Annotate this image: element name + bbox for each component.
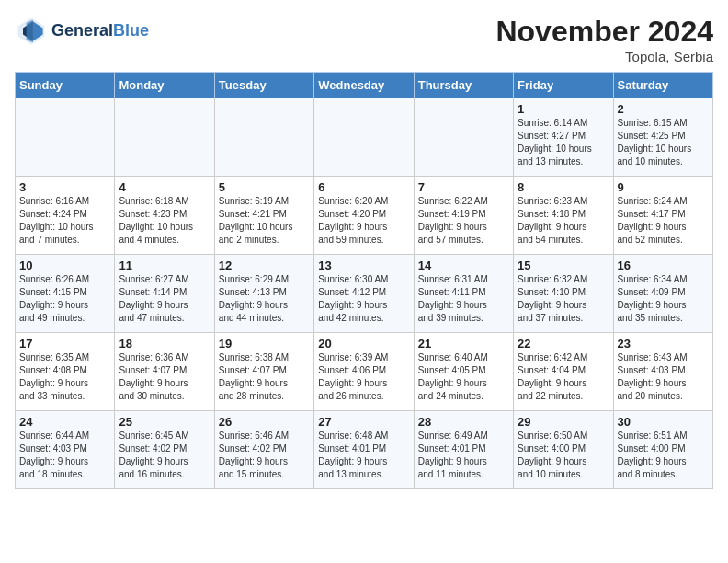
day-number: 6 [318, 180, 409, 194]
calendar-day-cell: 9Sunrise: 6:24 AM Sunset: 4:17 PM Daylig… [613, 177, 712, 255]
day-info: Sunrise: 6:49 AM Sunset: 4:01 PM Dayligh… [418, 430, 509, 481]
day-number: 4 [119, 180, 210, 194]
weekday-header: Monday [115, 73, 214, 98]
calendar-day-cell: 10Sunrise: 6:26 AM Sunset: 4:15 PM Dayli… [16, 255, 115, 333]
weekday-header: Thursday [414, 73, 513, 98]
weekday-header: Saturday [613, 73, 712, 98]
page-header: GeneralBlue November 2024 Topola, Serbia [15, 15, 713, 64]
day-number: 29 [518, 415, 609, 429]
calendar-day-cell: 26Sunrise: 6:46 AM Sunset: 4:02 PM Dayli… [214, 411, 313, 489]
day-number: 21 [418, 337, 509, 350]
day-info: Sunrise: 6:46 AM Sunset: 4:02 PM Dayligh… [219, 430, 310, 481]
day-info: Sunrise: 6:26 AM Sunset: 4:15 PM Dayligh… [19, 273, 110, 325]
location: Topola, Serbia [495, 49, 713, 64]
day-number: 1 [518, 102, 609, 116]
day-number: 9 [618, 180, 709, 194]
day-info: Sunrise: 6:32 AM Sunset: 4:10 PM Dayligh… [518, 273, 609, 325]
day-number: 17 [19, 337, 110, 350]
day-number: 18 [119, 337, 210, 350]
calendar-day-cell [16, 98, 115, 177]
calendar-day-cell: 22Sunrise: 6:42 AM Sunset: 4:04 PM Dayli… [514, 333, 613, 411]
day-number: 19 [219, 337, 310, 350]
calendar-day-cell [214, 98, 313, 177]
day-number: 28 [418, 415, 509, 429]
calendar-day-cell: 12Sunrise: 6:29 AM Sunset: 4:13 PM Dayli… [214, 255, 313, 333]
calendar-table: SundayMondayTuesdayWednesdayThursdayFrid… [15, 72, 713, 489]
calendar-day-cell: 6Sunrise: 6:20 AM Sunset: 4:20 PM Daylig… [314, 177, 414, 255]
calendar-day-cell: 25Sunrise: 6:45 AM Sunset: 4:02 PM Dayli… [115, 411, 214, 489]
calendar-week-row: 24Sunrise: 6:44 AM Sunset: 4:03 PM Dayli… [16, 411, 713, 489]
calendar-day-cell [314, 98, 414, 177]
calendar-day-cell: 14Sunrise: 6:31 AM Sunset: 4:11 PM Dayli… [414, 255, 513, 333]
day-number: 7 [418, 180, 509, 194]
logo-icon [15, 15, 48, 48]
day-info: Sunrise: 6:36 AM Sunset: 4:07 PM Dayligh… [119, 351, 210, 403]
day-info: Sunrise: 6:51 AM Sunset: 4:00 PM Dayligh… [618, 430, 709, 481]
day-number: 5 [219, 180, 310, 194]
day-number: 8 [518, 180, 609, 194]
calendar-day-cell: 13Sunrise: 6:30 AM Sunset: 4:12 PM Dayli… [314, 255, 414, 333]
weekday-header: Sunday [16, 73, 115, 98]
calendar-week-row: 17Sunrise: 6:35 AM Sunset: 4:08 PM Dayli… [16, 333, 713, 411]
day-info: Sunrise: 6:40 AM Sunset: 4:05 PM Dayligh… [418, 351, 509, 403]
page-container: GeneralBlue November 2024 Topola, Serbia… [0, 0, 728, 499]
day-number: 14 [418, 259, 509, 272]
day-number: 2 [618, 102, 709, 116]
svg-marker-3 [27, 19, 33, 42]
calendar-day-cell: 1Sunrise: 6:14 AM Sunset: 4:27 PM Daylig… [514, 98, 613, 177]
day-info: Sunrise: 6:31 AM Sunset: 4:11 PM Dayligh… [418, 273, 509, 325]
month-title: November 2024 [495, 15, 713, 49]
day-info: Sunrise: 6:16 AM Sunset: 4:24 PM Dayligh… [19, 195, 110, 247]
title-block: November 2024 Topola, Serbia [495, 15, 713, 64]
day-info: Sunrise: 6:35 AM Sunset: 4:08 PM Dayligh… [19, 351, 110, 403]
calendar-day-cell: 23Sunrise: 6:43 AM Sunset: 4:03 PM Dayli… [613, 333, 712, 411]
calendar-day-cell: 8Sunrise: 6:23 AM Sunset: 4:18 PM Daylig… [514, 177, 613, 255]
calendar-day-cell: 30Sunrise: 6:51 AM Sunset: 4:00 PM Dayli… [613, 411, 712, 489]
day-number: 25 [119, 415, 210, 429]
day-info: Sunrise: 6:15 AM Sunset: 4:25 PM Dayligh… [618, 117, 709, 168]
calendar-day-cell [115, 98, 214, 177]
day-info: Sunrise: 6:44 AM Sunset: 4:03 PM Dayligh… [19, 430, 110, 481]
day-info: Sunrise: 6:34 AM Sunset: 4:09 PM Dayligh… [618, 273, 709, 325]
day-info: Sunrise: 6:20 AM Sunset: 4:20 PM Dayligh… [318, 195, 409, 247]
day-info: Sunrise: 6:43 AM Sunset: 4:03 PM Dayligh… [618, 351, 709, 403]
day-info: Sunrise: 6:19 AM Sunset: 4:21 PM Dayligh… [219, 195, 310, 247]
weekday-header: Tuesday [214, 73, 313, 98]
calendar-day-cell: 18Sunrise: 6:36 AM Sunset: 4:07 PM Dayli… [115, 333, 214, 411]
calendar-day-cell: 11Sunrise: 6:27 AM Sunset: 4:14 PM Dayli… [115, 255, 214, 333]
day-number: 10 [19, 259, 110, 272]
day-info: Sunrise: 6:30 AM Sunset: 4:12 PM Dayligh… [318, 273, 409, 325]
day-info: Sunrise: 6:14 AM Sunset: 4:27 PM Dayligh… [518, 117, 609, 168]
calendar-day-cell: 3Sunrise: 6:16 AM Sunset: 4:24 PM Daylig… [16, 177, 115, 255]
calendar-day-cell: 4Sunrise: 6:18 AM Sunset: 4:23 PM Daylig… [115, 177, 214, 255]
day-info: Sunrise: 6:29 AM Sunset: 4:13 PM Dayligh… [219, 273, 310, 325]
day-info: Sunrise: 6:27 AM Sunset: 4:14 PM Dayligh… [119, 273, 210, 325]
day-number: 27 [318, 415, 409, 429]
calendar-day-cell: 28Sunrise: 6:49 AM Sunset: 4:01 PM Dayli… [414, 411, 513, 489]
calendar-day-cell: 5Sunrise: 6:19 AM Sunset: 4:21 PM Daylig… [214, 177, 313, 255]
day-number: 11 [119, 259, 210, 272]
calendar-week-row: 1Sunrise: 6:14 AM Sunset: 4:27 PM Daylig… [16, 98, 713, 177]
calendar-day-cell: 21Sunrise: 6:40 AM Sunset: 4:05 PM Dayli… [414, 333, 513, 411]
calendar-day-cell [414, 98, 513, 177]
day-info: Sunrise: 6:24 AM Sunset: 4:17 PM Dayligh… [618, 195, 709, 247]
day-info: Sunrise: 6:48 AM Sunset: 4:01 PM Dayligh… [318, 430, 409, 481]
calendar-day-cell: 24Sunrise: 6:44 AM Sunset: 4:03 PM Dayli… [16, 411, 115, 489]
day-number: 13 [318, 259, 409, 272]
calendar-day-cell: 29Sunrise: 6:50 AM Sunset: 4:00 PM Dayli… [514, 411, 613, 489]
day-info: Sunrise: 6:23 AM Sunset: 4:18 PM Dayligh… [518, 195, 609, 247]
day-info: Sunrise: 6:39 AM Sunset: 4:06 PM Dayligh… [318, 351, 409, 403]
calendar-day-cell: 20Sunrise: 6:39 AM Sunset: 4:06 PM Dayli… [314, 333, 414, 411]
day-info: Sunrise: 6:22 AM Sunset: 4:19 PM Dayligh… [418, 195, 509, 247]
day-number: 24 [19, 415, 110, 429]
day-number: 15 [518, 259, 609, 272]
day-info: Sunrise: 6:45 AM Sunset: 4:02 PM Dayligh… [119, 430, 210, 481]
weekday-header: Wednesday [314, 73, 414, 98]
calendar-week-row: 3Sunrise: 6:16 AM Sunset: 4:24 PM Daylig… [16, 177, 713, 255]
logo-text: GeneralBlue [51, 22, 149, 40]
calendar-day-cell: 19Sunrise: 6:38 AM Sunset: 4:07 PM Dayli… [214, 333, 313, 411]
calendar-header-row: SundayMondayTuesdayWednesdayThursdayFrid… [16, 73, 713, 98]
day-number: 23 [618, 337, 709, 350]
day-number: 30 [618, 415, 709, 429]
calendar-week-row: 10Sunrise: 6:26 AM Sunset: 4:15 PM Dayli… [16, 255, 713, 333]
